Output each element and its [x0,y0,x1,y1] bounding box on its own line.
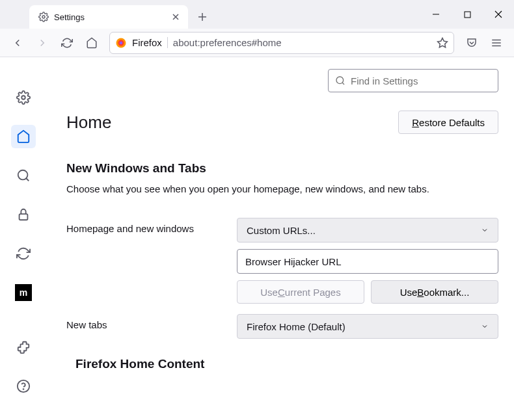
homepage-row: Homepage and new windows Custom URLs... … [66,218,498,304]
urlbar-path: about:preferences#home [173,37,431,48]
homepage-url-input[interactable] [237,249,498,274]
restore-defaults-button[interactable]: Restore Defaults [398,111,498,134]
bookmark-star-icon[interactable] [437,37,448,49]
svg-point-7 [18,170,28,180]
app-menu-button[interactable] [485,32,507,54]
sidebar-item-extensions[interactable] [11,335,36,359]
dropdown-value: Firefox Home (Default) [247,321,345,332]
search-icon [335,75,345,86]
sidebar-item-privacy[interactable] [11,203,36,226]
svg-point-11 [336,77,344,84]
svg-rect-8 [20,214,28,220]
reload-button[interactable] [56,32,78,54]
sidebar-item-home[interactable] [11,125,36,148]
maximize-button[interactable] [452,0,483,29]
browser-toolbar: Firefox about:preferences#home [0,29,514,57]
section-new-windows-title: New Windows and Tabs [66,161,498,176]
window-titlebar: Settings [0,0,514,29]
newtabs-dropdown[interactable]: Firefox Home (Default) [237,314,498,339]
settings-main: Find in Settings Home Restore Defaults N… [47,57,514,420]
svg-rect-1 [465,12,470,18]
url-bar[interactable]: Firefox about:preferences#home [109,32,454,54]
tab-title: Settings [54,12,165,22]
newtabs-row: New tabs Firefox Home (Default) [66,314,498,339]
firefox-logo-icon [115,37,127,49]
settings-sidebar: m [0,57,47,420]
browser-tab-settings[interactable]: Settings [29,5,188,29]
section-new-windows-desc: Choose what you see when you open your h… [66,182,498,196]
sidebar-item-general[interactable] [11,86,36,109]
pocket-button[interactable] [461,32,483,54]
tab-strip: Settings [29,5,213,29]
svg-point-4 [120,41,123,44]
content-area: m Find in Settings Home Restore Defaults… [0,57,514,420]
homepage-dropdown[interactable]: Custom URLs... [237,218,498,243]
homepage-label: Homepage and new windows [66,218,237,234]
home-button[interactable] [81,32,103,54]
window-close-button[interactable] [483,0,514,29]
window-controls [420,0,514,29]
chevron-down-icon [481,226,489,234]
svg-marker-5 [438,38,448,47]
section-firefox-home-title: Firefox Home Content [75,357,498,371]
sidebar-item-help[interactable] [11,374,36,398]
sidebar-item-mozilla[interactable]: m [11,281,36,304]
mozilla-icon: m [15,284,32,301]
use-current-pages-button[interactable]: Use Current Pages [237,280,364,304]
use-bookmark-button[interactable]: Use Bookmark... [371,280,498,304]
minimize-button[interactable] [420,0,452,29]
sidebar-item-sync[interactable] [11,242,36,265]
urlbar-host: Firefox [132,37,168,48]
newtabs-label: New tabs [66,314,237,330]
forward-button[interactable] [31,32,53,54]
gear-icon [38,12,49,22]
chevron-down-icon [481,322,489,330]
page-title: Home [66,112,111,133]
sidebar-item-search[interactable] [11,164,36,187]
dropdown-value: Custom URLs... [247,225,316,236]
search-placeholder: Find in Settings [351,75,418,86]
svg-point-6 [21,96,25,99]
close-icon[interactable] [170,11,182,23]
svg-point-10 [23,389,24,390]
back-button[interactable] [7,32,29,54]
svg-point-0 [42,16,45,18]
search-input[interactable]: Find in Settings [328,69,498,92]
new-tab-button[interactable] [192,7,213,27]
